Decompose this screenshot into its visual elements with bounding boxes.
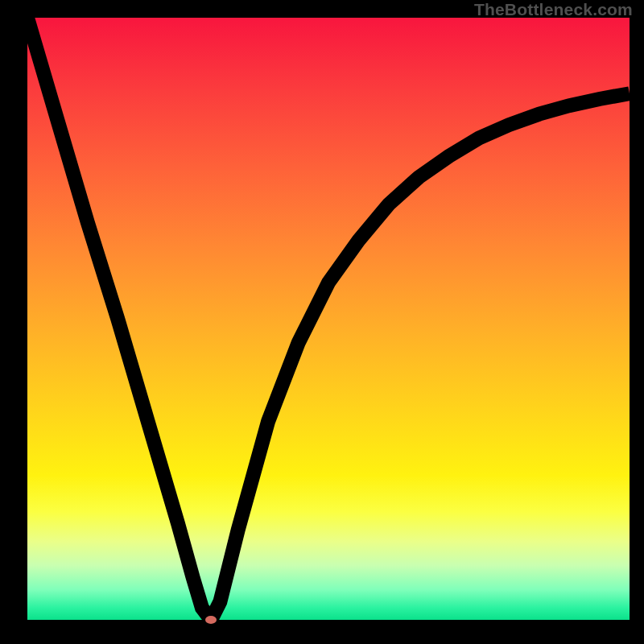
bottleneck-curve: [27, 18, 630, 620]
curve-svg: [27, 18, 630, 620]
chart-stage: TheBottleneck.com: [0, 0, 644, 644]
watermark-text: TheBottleneck.com: [474, 0, 633, 19]
optimal-point-marker: [205, 616, 217, 624]
plot-area: [27, 18, 630, 620]
